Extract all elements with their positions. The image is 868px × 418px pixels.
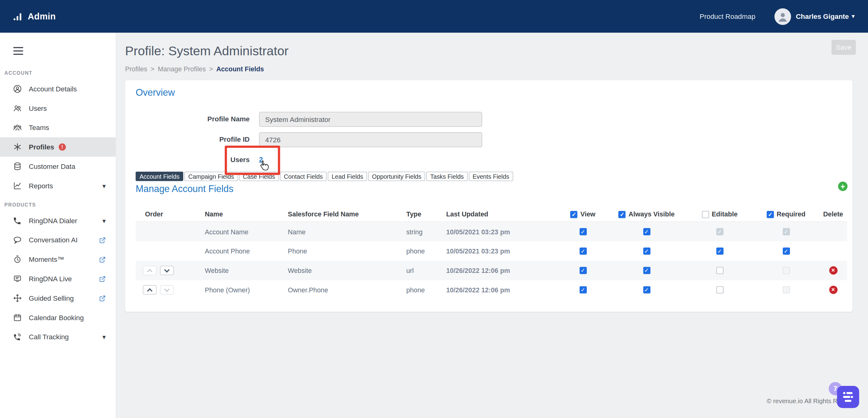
tab-contact-fields[interactable]: Contact Fields: [280, 172, 327, 181]
brand-logo-icon: [13, 12, 23, 20]
table-row: Account Name Name string 10/05/2021 03:2…: [135, 222, 847, 241]
breadcrumb-profiles[interactable]: Profiles: [125, 65, 147, 73]
delete-field-button[interactable]: [829, 266, 837, 275]
always-visible-checkbox[interactable]: [643, 228, 650, 235]
tab-case-fields[interactable]: Case Fields: [239, 172, 279, 181]
sidebar-item-teams[interactable]: Teams: [0, 118, 116, 138]
chevron-down-icon[interactable]: ▾: [102, 217, 106, 225]
view-checkbox[interactable]: [579, 247, 587, 255]
tab-events-fields[interactable]: Events Fields: [469, 172, 513, 181]
required-checkbox[interactable]: [782, 247, 789, 255]
users-icon: [12, 103, 22, 113]
sidebar-item-conversation-ai[interactable]: Conversation AI: [0, 230, 116, 250]
editable-checkbox[interactable]: [716, 247, 723, 255]
database-icon: [12, 161, 22, 171]
view-checkbox[interactable]: [579, 267, 587, 274]
sidebar-item-account-details[interactable]: Account Details: [0, 79, 116, 98]
required-checkbox: [782, 267, 789, 274]
salesforce-field-name: Phone: [283, 247, 402, 255]
main-content: Profile: System Administrator Save Profi…: [116, 33, 868, 418]
col-type: Type: [402, 210, 442, 218]
move-up-button[interactable]: [143, 285, 157, 295]
view-all-checkbox[interactable]: [570, 211, 578, 218]
fields-table: Order Name Salesforce Field Name Type La…: [135, 207, 847, 299]
move-down-button[interactable]: [160, 285, 174, 295]
external-link-icon: [99, 275, 106, 282]
profile-id-label: Profile ID: [125, 136, 250, 143]
breadcrumb-manage-profiles[interactable]: Manage Profiles: [158, 65, 206, 73]
sidebar-item-reports[interactable]: Reports ▾: [0, 176, 116, 196]
editable-checkbox[interactable]: [716, 267, 723, 274]
field-type: phone: [402, 286, 442, 294]
alert-badge: !: [59, 143, 66, 150]
editable-checkbox[interactable]: [716, 286, 723, 293]
external-link-icon: [99, 295, 106, 302]
col-required-label: Required: [777, 210, 805, 218]
move-down-button[interactable]: [160, 266, 174, 275]
editable-all-checkbox[interactable]: [702, 211, 709, 218]
profile-name-input[interactable]: [259, 112, 482, 126]
sidebar-item-ringdna-dialer[interactable]: RingDNA Dialer ▾: [0, 211, 116, 230]
chevron-down-icon[interactable]: ▾: [851, 13, 855, 20]
field-tabs: Account Fields Campaign Fields Case Fiel…: [135, 172, 513, 181]
brand[interactable]: Admin: [13, 11, 56, 21]
users-count-link[interactable]: 2: [259, 156, 263, 163]
col-editable: Editable: [686, 210, 753, 218]
always-visible-checkbox[interactable]: [643, 247, 650, 255]
breadcrumb-separator: >: [151, 65, 155, 73]
tab-opportunity-fields[interactable]: Opportunity Fields: [368, 172, 425, 181]
phone-icon: [12, 216, 22, 226]
tab-campaign-fields[interactable]: Campaign Fields: [184, 172, 238, 181]
always-visible-checkbox[interactable]: [643, 286, 650, 293]
user-name[interactable]: Charles Gigante: [796, 12, 849, 20]
sidebar: ACCOUNT Account Details Users: [0, 33, 116, 418]
required-all-checkbox[interactable]: [767, 211, 774, 218]
view-checkbox[interactable]: [579, 228, 587, 235]
sidebar-item-calendar-booking[interactable]: Calendar Booking: [0, 308, 116, 327]
call-tracking-icon: [12, 332, 22, 342]
delete-field-button[interactable]: [829, 286, 837, 294]
sidebar-item-customer-data[interactable]: Customer Data: [0, 157, 116, 176]
profile-card: Overview Profile Name Profile ID Users 2…: [125, 80, 852, 312]
user-avatar[interactable]: [774, 8, 791, 25]
tab-lead-fields[interactable]: Lead Fields: [328, 172, 367, 181]
chevron-down-icon[interactable]: ▾: [102, 182, 106, 189]
add-field-button[interactable]: +: [838, 181, 847, 191]
always-visible-all-checkbox[interactable]: [619, 211, 626, 218]
col-view-label: View: [580, 210, 595, 218]
last-updated: 10/26/2022 12:06 pm: [442, 267, 559, 274]
field-name: Account Phone: [200, 247, 283, 255]
field-type: string: [402, 228, 442, 236]
overview-heading: Overview: [135, 87, 175, 98]
required-checkbox: [782, 228, 789, 235]
tab-account-fields[interactable]: Account Fields: [135, 172, 183, 181]
sidebar-item-label: Profiles: [29, 143, 54, 151]
always-visible-checkbox[interactable]: [643, 267, 650, 274]
table-row: Account Phone Phone phone 10/05/2021 03:…: [135, 241, 847, 261]
sidebar-item-moments[interactable]: Moments™: [0, 250, 116, 269]
sidebar-item-label: Users: [29, 104, 47, 112]
sidebar-products-list: RingDNA Dialer ▾ Conversation AI: [0, 211, 116, 347]
col-always-visible: Always Visible: [607, 210, 686, 218]
move-up-button[interactable]: [143, 266, 157, 275]
sidebar-item-guided-selling[interactable]: Guided Selling: [0, 288, 116, 308]
sidebar-item-ringdna-live[interactable]: RingDNA Live: [0, 269, 116, 289]
save-button[interactable]: Save: [832, 40, 856, 55]
last-updated: 10/26/2022 12:06 pm: [442, 286, 559, 294]
sidebar-item-users[interactable]: Users: [0, 98, 116, 118]
profile-id-input[interactable]: [259, 132, 482, 147]
chat-widget-button[interactable]: [837, 386, 859, 408]
col-delete: Delete: [819, 210, 847, 218]
chat-widget-icon: [841, 390, 855, 404]
tab-tasks-fields[interactable]: Tasks Fields: [426, 172, 468, 181]
manage-heading: Manage Account Fields: [135, 184, 234, 195]
sidebar-item-call-tracking[interactable]: Call Tracking ▾: [0, 327, 116, 347]
menu-icon[interactable]: [13, 47, 23, 55]
app-window: Admin Product Roadmap Charles Gigante ▾ …: [0, 0, 868, 418]
sidebar-item-label: Customer Data: [29, 162, 75, 170]
view-checkbox[interactable]: [579, 286, 587, 293]
chevron-down-icon[interactable]: ▾: [102, 333, 106, 341]
product-roadmap-link[interactable]: Product Roadmap: [700, 12, 756, 20]
col-editable-label: Editable: [712, 210, 738, 218]
sidebar-item-profiles[interactable]: Profiles !: [0, 138, 116, 157]
